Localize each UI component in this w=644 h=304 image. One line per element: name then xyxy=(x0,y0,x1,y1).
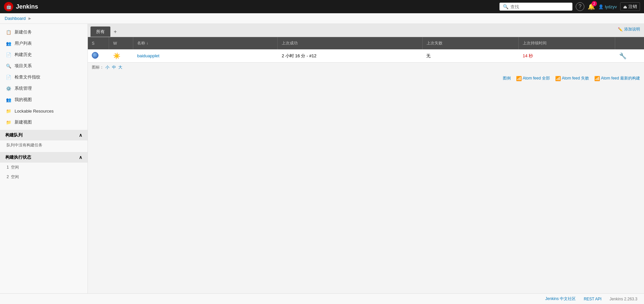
duration-value: 14 秒 xyxy=(523,53,533,58)
sidebar-item-project-relations[interactable]: 🔍 项目关系 xyxy=(0,60,88,72)
search-icon: 🔍 xyxy=(503,4,508,9)
build-queue-collapse-icon[interactable]: ∧ xyxy=(79,132,82,138)
sidebar-item-check-fingerprint[interactable]: 📄 检查文件指纹 xyxy=(0,72,88,83)
job-action-icon[interactable]: 🔧 xyxy=(619,53,626,59)
col-header-actions xyxy=(615,37,644,49)
edit-icon: ✏️ xyxy=(618,27,623,32)
sidebar-item-system-management[interactable]: ⚙️ 系统管理 xyxy=(0,83,88,94)
user-name: lydzyv xyxy=(605,4,617,9)
sidebar-item-new-view[interactable]: 📁 新建视图 xyxy=(0,117,88,128)
sidebar-label-users: 用户列表 xyxy=(15,40,32,46)
search-input[interactable] xyxy=(510,4,569,9)
icon-size-small[interactable]: 小 xyxy=(105,65,109,70)
sidebar-label-lockable-resources: Lockable Resources xyxy=(15,109,54,114)
sidebar-label-new-task: 新建任务 xyxy=(15,29,32,35)
job-link-baiduapplet[interactable]: baiduapplet xyxy=(137,53,159,58)
tab-all[interactable]: 所有 xyxy=(90,26,110,37)
breadcrumb-dashboard[interactable]: Dashboard xyxy=(5,16,26,21)
top-navigation: 🤖 Jenkins 🔍 ? 🔔 2 👤 lydzyv ⏏ 注销 xyxy=(0,0,644,13)
col-header-last-failure: 上次失败 xyxy=(422,37,519,49)
logout-label: 注销 xyxy=(628,4,637,10)
app-title: Jenkins xyxy=(16,3,38,10)
tab-add-button[interactable]: + xyxy=(110,27,120,37)
executor-1: 1 空闲 xyxy=(0,163,88,172)
breadcrumb-separator: ► xyxy=(28,16,32,21)
user-link[interactable]: 👤 lydzyv xyxy=(598,4,617,9)
build-executor-section: 构建执行状态 ∧ xyxy=(0,152,88,163)
job-last-success-cell: 2 小时 16 分 - #12 xyxy=(278,49,422,63)
rss-icon-fail: 📶 xyxy=(555,76,561,81)
job-weather-cell: ☀️ xyxy=(109,49,133,63)
job-last-failure-cell: 无 xyxy=(422,49,519,63)
icon-size-label: 图标： xyxy=(92,65,104,70)
icon-size-medium[interactable]: 中 xyxy=(112,65,116,70)
col-header-name[interactable]: 名称 ↓ xyxy=(133,37,278,49)
job-actions-cell: 🔧 xyxy=(615,49,644,63)
build-queue-label: 构建队列 xyxy=(5,132,23,138)
jobs-table: S W 名称 ↓ 上次成功 上次失败 上次持续时间 ☀️ xyxy=(88,37,644,63)
sidebar-label-new-view: 新建视图 xyxy=(15,119,32,125)
project-relations-icon: 🔍 xyxy=(5,63,12,69)
help-button[interactable]: ? xyxy=(576,2,584,11)
rest-api-link[interactable]: REST API xyxy=(584,297,602,301)
job-status-globe-icon xyxy=(92,52,98,59)
sidebar-item-users[interactable]: 👥 用户列表 xyxy=(0,38,88,49)
tabs-bar: 所有 + xyxy=(88,24,644,37)
sidebar-label-build-history: 构建历史 xyxy=(15,52,32,58)
layout: 📋 新建任务 👥 用户列表 📄 构建历史 🔍 项目关系 📄 检查文件指纹 ⚙️ … xyxy=(0,24,644,293)
build-executor-collapse-icon[interactable]: ∧ xyxy=(79,155,82,160)
sidebar-label-project-relations: 项目关系 xyxy=(15,63,32,69)
lockable-resources-icon: 📁 xyxy=(5,108,12,114)
atom-feed-all-label: Atom feed 全部 xyxy=(523,76,550,81)
sidebar: 📋 新建任务 👥 用户列表 📄 构建历史 🔍 项目关系 📄 检查文件指纹 ⚙️ … xyxy=(0,24,88,293)
my-views-icon: 👥 xyxy=(5,96,12,103)
build-queue-section: 构建队列 ∧ xyxy=(0,130,88,140)
check-fingerprint-icon: 📄 xyxy=(5,74,12,80)
add-description-label: 添加说明 xyxy=(624,26,640,32)
users-icon: 👥 xyxy=(5,40,12,47)
sidebar-item-my-views[interactable]: 👥 我的视图 xyxy=(0,94,88,105)
footer-links-row: 图例 📶 Atom feed 全部 📶 Atom feed 失败 📶 Atom … xyxy=(88,72,644,84)
atom-feed-all-link[interactable]: 📶 Atom feed 全部 xyxy=(516,76,550,81)
col-header-last-duration: 上次持续时间 xyxy=(519,37,615,49)
atom-feed-latest-label: Atom feed 最新的构建 xyxy=(601,76,640,81)
user-icon: 👤 xyxy=(598,4,604,9)
jenkins-community-link[interactable]: Jenkins 中文社区 xyxy=(545,296,576,302)
sidebar-item-new-task[interactable]: 📋 新建任务 xyxy=(0,26,88,38)
sidebar-label-system-management: 系统管理 xyxy=(15,85,32,91)
job-last-duration-cell: 14 秒 xyxy=(519,49,615,63)
add-description-button[interactable]: ✏️ 添加说明 xyxy=(618,26,640,32)
sidebar-item-build-history[interactable]: 📄 构建历史 xyxy=(0,49,88,60)
icon-size-large[interactable]: 大 xyxy=(118,65,122,70)
jenkins-logo-icon: 🤖 xyxy=(4,2,13,11)
sidebar-label-check-fingerprint: 检查文件指纹 xyxy=(15,74,40,80)
tab-all-label: 所有 xyxy=(96,29,105,34)
legend-link[interactable]: 图例 xyxy=(503,76,511,81)
sidebar-item-lockable-resources[interactable]: 📁 Lockable Resources xyxy=(0,105,88,117)
logo-area: 🤖 Jenkins xyxy=(4,2,38,11)
logout-icon: ⏏ xyxy=(623,4,627,9)
sidebar-label-my-views: 我的视图 xyxy=(15,97,32,103)
atom-feed-latest-link[interactable]: 📶 Atom feed 最新的构建 xyxy=(594,76,640,81)
new-task-icon: 📋 xyxy=(5,29,12,35)
job-status-cell xyxy=(88,49,109,63)
system-management-icon: ⚙️ xyxy=(5,85,12,92)
build-history-icon: 📄 xyxy=(5,51,12,58)
search-box: 🔍 xyxy=(499,3,572,11)
table-header-row: S W 名称 ↓ 上次成功 上次失败 上次持续时间 xyxy=(88,37,644,49)
notifications-bell[interactable]: 🔔 2 xyxy=(588,3,595,10)
atom-feed-fail-label: Atom feed 失败 xyxy=(562,76,589,81)
build-queue-empty-message: 队列中没有构建任务 xyxy=(0,140,88,150)
col-header-last-success: 上次成功 xyxy=(278,37,422,49)
logout-button[interactable]: ⏏ 注销 xyxy=(620,2,640,11)
atom-feed-fail-link[interactable]: 📶 Atom feed 失败 xyxy=(555,76,589,81)
page-footer: Jenkins 中文社区 REST API Jenkins 2.263.3 xyxy=(0,293,644,304)
rss-icon-latest: 📶 xyxy=(594,76,600,81)
main-content: ✏️ 添加说明 所有 + S W 名称 ↓ 上次成功 上次失败 上次持续时间 xyxy=(88,24,644,293)
breadcrumb: Dashboard ► xyxy=(0,13,644,24)
job-weather-sun-icon: ☀️ xyxy=(113,52,120,60)
executor-2: 2 空闲 xyxy=(0,172,88,182)
col-header-w: W xyxy=(109,37,133,49)
rss-icon-all: 📶 xyxy=(516,76,522,81)
notifications-badge: 2 xyxy=(592,1,597,6)
